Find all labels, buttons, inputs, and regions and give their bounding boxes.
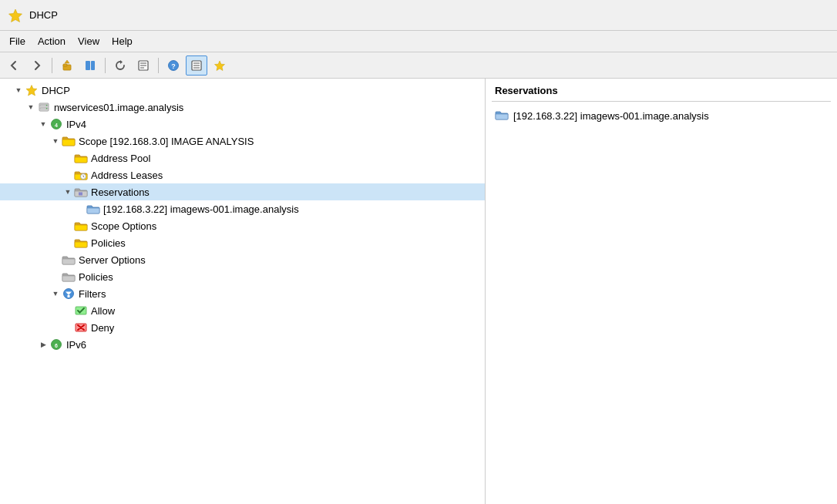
svg-rect-2: [63, 64, 67, 66]
tree-item-server-options[interactable]: ▶ Server Options: [0, 251, 485, 268]
menu-view[interactable]: View: [72, 33, 106, 49]
main-content: ▼ DHCP ▼ nwservices01.: [0, 79, 837, 504]
svg-marker-16: [26, 86, 37, 96]
title-bar-text: DHCP: [29, 9, 58, 21]
tree-item-address-pool[interactable]: ▶ Address Pool: [0, 150, 485, 166]
expand-scope[interactable]: ▼: [49, 137, 62, 145]
expand-ipv4[interactable]: ▼: [37, 120, 49, 128]
toolbar-properties-button[interactable]: [186, 55, 207, 76]
toolbar-help-button[interactable]: ?: [163, 55, 184, 76]
ipv6-icon: 6: [49, 338, 63, 351]
tree-item-deny[interactable]: ▶ Deny: [0, 319, 485, 336]
tree-label-scope-options: Scope Options: [91, 220, 156, 232]
tree-label-reservation-entry: [192.168.3.22] imagews-001.image.analysi…: [103, 203, 299, 215]
filters-icon: [62, 287, 76, 301]
toolbar-separator-2: [105, 58, 106, 73]
tree-label-ipv6: IPv6: [66, 339, 86, 351]
reservation-entry-icon: [86, 202, 100, 216]
tree-item-ipv4[interactable]: ▼ 4 IPv4: [0, 116, 485, 133]
server-icon: [37, 100, 51, 114]
svg-rect-3: [86, 61, 90, 70]
tree-label-allow: Allow: [91, 305, 115, 317]
svg-rect-29: [68, 295, 70, 297]
menu-action[interactable]: Action: [32, 33, 72, 49]
toolbar-separator-3: [158, 58, 159, 73]
toolbar-back-button[interactable]: [3, 55, 25, 76]
toolbar-up-button[interactable]: [56, 55, 78, 76]
tree-item-address-leases[interactable]: ▶ Address Leases: [0, 166, 485, 183]
tree-item-ipv6[interactable]: ▶ 6 IPv6: [0, 336, 485, 353]
toolbar-refresh-button[interactable]: [109, 55, 131, 76]
policies-scope-icon: [74, 236, 88, 250]
tree-label-dhcp: DHCP: [42, 85, 70, 96]
right-pane: Reservations [192.168.3.22] imagews-001.…: [486, 79, 837, 504]
expand-filters[interactable]: ▼: [49, 290, 62, 297]
tree-item-server[interactable]: ▼ nwservices01.image.analysis: [0, 99, 485, 116]
reservations-icon: [74, 185, 88, 199]
expand-reservations[interactable]: ▼: [62, 188, 74, 196]
right-pane-header: Reservations: [492, 82, 831, 102]
tree-item-filters[interactable]: ▼ Filters: [0, 285, 485, 302]
expand-dhcp[interactable]: ▼: [12, 86, 25, 94]
toolbar-export-button[interactable]: [133, 55, 154, 76]
tree-label-server-options: Server Options: [79, 254, 146, 266]
expand-server[interactable]: ▼: [25, 103, 37, 111]
menu-help[interactable]: Help: [106, 33, 139, 49]
tree-label-filters: Filters: [79, 288, 106, 300]
menu-bar: File Action View Help: [0, 31, 837, 52]
toolbar-separator-1: [52, 58, 52, 73]
svg-text:4: 4: [55, 123, 58, 128]
svg-marker-15: [215, 61, 225, 71]
tree-label-policies-scope: Policies: [91, 237, 126, 249]
tree-label-scope: Scope [192.168.3.0] IMAGE ANALYSIS: [79, 136, 254, 147]
ipv4-icon: 4: [49, 117, 63, 131]
toolbar-forward-button[interactable]: [26, 55, 48, 76]
expand-ipv6[interactable]: ▶: [37, 341, 49, 348]
toolbar-star-button[interactable]: [209, 55, 230, 76]
tree-item-scope-options[interactable]: ▶ Scope Options: [0, 217, 485, 234]
svg-rect-27: [79, 193, 82, 196]
tree-pane: ▼ DHCP ▼ nwservices01.: [0, 79, 486, 504]
tree-item-reservations[interactable]: ▼ Reservations: [0, 183, 485, 200]
tree-label-reservations: Reservations: [91, 186, 150, 198]
folder-clock-icon: [74, 168, 88, 182]
tree-item-policies-scope[interactable]: ▶ Policies: [0, 234, 485, 251]
tree-item-policies-root[interactable]: ▶ Policies: [0, 268, 485, 285]
svg-text:6: 6: [55, 343, 58, 348]
tree-item-dhcp[interactable]: ▼ DHCP: [0, 82, 485, 99]
tree-item-scope[interactable]: ▼ Scope [192.168.3.0] IMAGE ANALYSIS: [0, 133, 485, 150]
svg-point-20: [46, 105, 48, 106]
right-pane-reservation-label: [192.168.3.22] imagews-001.image.analysi…: [513, 110, 709, 122]
reservation-item-icon: [495, 109, 509, 123]
tree-label-address-pool: Address Pool: [91, 153, 150, 164]
deny-icon: [74, 321, 88, 334]
tree-label-deny: Deny: [91, 322, 114, 334]
title-bar: DHCP: [0, 0, 837, 31]
server-options-icon: [62, 253, 76, 267]
tree-item-reservation-entry[interactable]: ▶ [192.168.3.22] imagews-001.image.analy…: [0, 200, 485, 217]
dhcp-title-icon: [8, 8, 23, 23]
svg-point-21: [46, 108, 48, 109]
tree-label-ipv4: IPv4: [66, 119, 86, 130]
tree-item-allow[interactable]: ▶ Allow: [0, 302, 485, 319]
menu-file[interactable]: File: [3, 33, 32, 49]
toolbar: ?: [0, 52, 837, 79]
scope-options-icon: [74, 219, 88, 233]
right-pane-reservation-item[interactable]: [192.168.3.22] imagews-001.image.analysi…: [492, 106, 831, 125]
tree-label-address-leases: Address Leases: [91, 170, 163, 181]
allow-icon: [74, 304, 88, 318]
folder-icon: [74, 151, 88, 165]
dhcp-icon: [25, 83, 39, 97]
svg-text:?: ?: [171, 62, 176, 70]
svg-rect-4: [91, 61, 95, 70]
tree-label-policies-root: Policies: [79, 271, 113, 283]
scope-folder-icon: [62, 134, 76, 148]
toolbar-show-hide-button[interactable]: [79, 55, 101, 76]
policies-root-icon: [62, 270, 76, 284]
svg-marker-0: [9, 9, 22, 22]
tree-label-server: nwservices01.image.analysis: [54, 102, 183, 113]
